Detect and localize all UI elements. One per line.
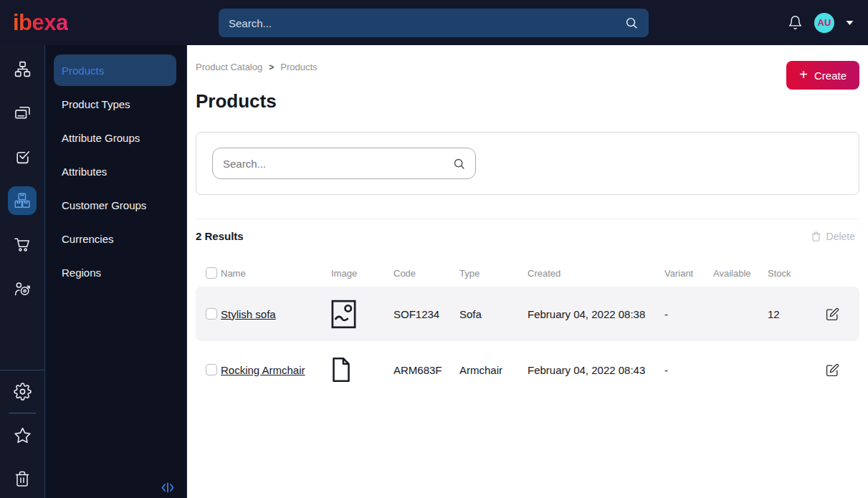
user-avatar[interactable]: AU [814,13,834,33]
customers-target-icon [13,279,32,298]
chevron-down-icon[interactable] [846,20,854,26]
rail-divider-short [9,413,36,413]
commerce-cart-icon [13,235,32,254]
trash-icon [811,231,821,242]
column-header-variant: Variant [664,268,713,279]
breadcrumb-separator: > [269,62,274,72]
breadcrumb-product-catalog[interactable]: Product Catalog [196,62,262,72]
main-content: Product Catalog > Products + Create Prod… [187,45,868,498]
table-row: Rocking Armchair ARM683F Armchair Februa… [196,343,859,397]
sidebar-item-product-catalog[interactable] [8,186,37,215]
product-code: SOF1234 [394,308,459,320]
sidebar-item-attributes[interactable]: Attributes [54,155,176,187]
edit-icon [826,363,839,377]
trash-icon [14,470,31,487]
ibexa-logo: ibexa [13,11,68,34]
product-variant: - [664,308,713,320]
image-icon [331,300,394,329]
column-header-stock: Stock [768,268,819,279]
notification-bell-icon[interactable] [788,15,803,30]
bookmarks-star-icon [14,426,32,444]
edit-button[interactable] [824,306,841,322]
row-checkbox[interactable] [206,364,217,375]
edit-button[interactable] [824,362,841,378]
sidebar-item-pages[interactable] [8,98,37,127]
filter-panel [196,132,859,195]
product-search [212,148,476,179]
global-search-input[interactable] [219,17,624,29]
column-header-created: Created [528,268,664,279]
column-header-image: Image [331,268,394,279]
sidebar-item-trash[interactable] [8,464,37,493]
product-variant: - [664,364,713,376]
results-count: 2 Results [196,230,244,242]
breadcrumb: Product Catalog > Products [196,62,859,72]
sidebar-item-currencies[interactable]: Currencies [54,223,176,254]
delete-button[interactable]: Delete [811,231,859,242]
settings-gear-icon [14,383,32,401]
main-nav-rail [0,45,45,498]
collapse-sidebar-icon[interactable] [161,482,175,494]
plus-icon: + [799,67,808,82]
select-all-checkbox[interactable] [206,267,217,279]
product-catalog-icon [13,191,32,210]
sidebar-item-tasks[interactable] [8,142,37,171]
sidebar-item-customer-groups[interactable]: Customer Groups [54,189,176,221]
pages-icon [14,104,32,122]
table-header: Name Image Code Type Created Variant Ava… [196,261,859,285]
search-icon[interactable] [452,157,466,171]
rail-divider [0,370,45,370]
column-header-code: Code [394,268,459,279]
product-stock: 12 [768,308,819,320]
results-bar: 2 Results Delete [196,219,859,242]
breadcrumb-products[interactable]: Products [280,62,317,72]
edit-icon [826,307,839,321]
sidebar-item-regions[interactable]: Regions [54,257,176,288]
sidebar-item-commerce[interactable] [8,230,37,259]
create-button[interactable]: + Create [786,61,859,90]
product-created: February 04, 2022 08:43 [528,364,664,376]
product-link[interactable]: Stylish sofa [221,308,276,320]
product-created: February 04, 2022 08:38 [528,308,664,320]
row-checkbox[interactable] [206,308,217,320]
product-type: Sofa [459,308,528,320]
column-header-available: Available [713,268,768,279]
top-bar: ibexa AU [0,0,868,45]
product-search-input[interactable] [213,158,452,170]
page-title: Products [196,90,859,112]
product-catalog-menu: Products Product Types Attribute Groups … [45,45,187,498]
product-code: ARM683F [394,364,459,376]
sidebar-item-products[interactable]: Products [54,54,176,86]
table-row: Stylish sofa SOF1234 Sofa February 04, 2… [196,287,859,341]
product-link[interactable]: Rocking Armchair [221,364,305,376]
sidebar-item-admin[interactable] [8,377,37,406]
search-icon[interactable] [624,16,639,30]
sidebar-item-content-tree[interactable] [8,54,37,83]
column-header-type: Type [459,268,528,279]
tasks-icon [14,148,32,166]
product-type: Armchair [459,364,528,376]
sidebar-item-product-types[interactable]: Product Types [54,88,176,120]
column-header-name: Name [221,268,331,279]
file-icon [331,356,394,383]
global-search [219,9,649,37]
sidebar-item-attribute-groups[interactable]: Attribute Groups [54,122,176,153]
sidebar-item-bookmarks[interactable] [8,421,37,449]
sidebar-item-customers[interactable] [8,274,37,303]
content-tree-icon [14,60,32,78]
